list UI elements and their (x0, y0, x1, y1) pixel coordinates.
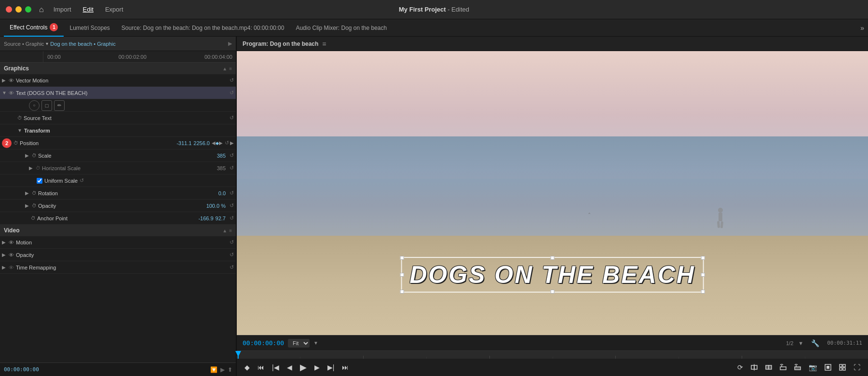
time-remap-reset[interactable]: ↺ (230, 264, 234, 270)
program-timeline-strip[interactable] (237, 351, 868, 359)
rotation-value[interactable]: 0.0 (218, 190, 226, 196)
play-mini-icon[interactable]: ▶ (220, 366, 225, 373)
tab-effect-controls[interactable]: Effect Controls 1 (4, 19, 64, 37)
motion-reset[interactable]: ↺ (230, 239, 234, 245)
play-button[interactable]: ▶ (298, 361, 309, 374)
rectangle-tool[interactable]: □ (41, 100, 52, 111)
text-layer-reset[interactable]: ↺ (230, 90, 234, 96)
home-icon[interactable]: ⌂ (39, 5, 44, 14)
insert-button[interactable] (749, 363, 760, 372)
source-text-stopwatch[interactable]: ⏱ (17, 115, 22, 121)
vector-motion-reset[interactable]: ↺ (230, 77, 234, 83)
filter-icon[interactable]: 🔽 (210, 366, 217, 373)
source-text-reset[interactable]: ↺ (230, 115, 234, 121)
go-to-out-button[interactable]: ▶| (326, 363, 337, 372)
program-scale-label[interactable]: 1/2 (786, 340, 793, 346)
nav-edit[interactable]: Edit (83, 6, 94, 13)
handle-ml[interactable] (400, 273, 404, 277)
opacity-video-toggle[interactable]: ▶ (2, 252, 8, 257)
program-timecode[interactable]: 00:00:00:00 (243, 339, 284, 347)
handle-tm[interactable] (550, 256, 554, 260)
scale-toggle[interactable]: ▶ (25, 153, 31, 158)
capture-frame-button[interactable]: 📷 (807, 363, 819, 372)
go-to-in-button[interactable]: |◀ (270, 363, 281, 372)
step-back-button[interactable]: ⏮ (256, 363, 266, 372)
add-marker-button[interactable]: ◆ (243, 363, 252, 372)
graphics-scroll-up[interactable]: ▲ (222, 66, 227, 71)
rotation-stopwatch[interactable]: ⏱ (32, 190, 37, 196)
text-overlay-container[interactable]: DOGS ON THE BEACH (401, 257, 704, 293)
tab-lumetri-scopes[interactable]: Lumetri Scopes (64, 19, 115, 37)
loop-button[interactable]: ⟳ (735, 363, 745, 372)
handle-bm[interactable] (550, 290, 554, 294)
position-value-y[interactable]: 2256.0 (193, 140, 210, 146)
scale-reset[interactable]: ↺ (230, 152, 234, 159)
rotation-reset[interactable]: ↺ (230, 190, 234, 196)
position-nav-left[interactable]: ◀ (212, 140, 216, 146)
tab-source[interactable]: Source: Dog on the beach: Dog on the bea… (116, 19, 290, 37)
anchor-reset[interactable]: ↺ (230, 215, 234, 221)
settings-button[interactable] (837, 363, 848, 372)
program-menu-icon[interactable]: ≡ (322, 40, 326, 48)
source-clip-link[interactable]: Dog on the beach • Graphic (50, 41, 115, 47)
minimize-button[interactable] (15, 6, 22, 13)
position-arrow-right[interactable]: ▶ (230, 140, 234, 146)
vector-motion-visibility[interactable]: 👁 (9, 78, 14, 83)
handle-tr[interactable] (701, 256, 705, 260)
tab-audio-clip-mixer[interactable]: Audio Clip Mixer: Dog on the beach (290, 19, 393, 37)
tab-expand-icon[interactable]: » (860, 24, 864, 32)
source-panel-toggle[interactable]: ▶ (228, 40, 232, 47)
vector-motion-toggle[interactable]: ▶ (2, 78, 8, 83)
opacity-toggle[interactable]: ▶ (25, 203, 31, 208)
text-layer-visibility[interactable]: 👁 (9, 90, 14, 96)
uniform-scale-checkbox[interactable] (37, 178, 42, 184)
nav-import[interactable]: Import (54, 6, 71, 13)
ellipse-tool[interactable]: ○ (29, 100, 40, 111)
export-frame-button[interactable] (823, 363, 833, 372)
step-forward-button[interactable]: ⏭ (340, 363, 351, 372)
time-remap-toggle[interactable]: ▶ (2, 265, 8, 270)
step-one-back-button[interactable]: ◀ (285, 363, 294, 372)
opacity-stopwatch[interactable]: ⏱ (32, 203, 37, 208)
opacity-video-visibility[interactable]: 👁 (9, 252, 14, 258)
maximize-button[interactable] (25, 6, 31, 13)
opacity-value[interactable]: 100.0 % (206, 203, 226, 209)
text-layer-toggle[interactable]: ▼ (2, 90, 8, 95)
anchor-value-y[interactable]: 92.7 (216, 215, 226, 221)
position-reset[interactable]: ↺ (225, 140, 229, 146)
h-scale-value[interactable]: 385 (217, 165, 226, 171)
h-scale-reset[interactable]: ↺ (230, 165, 234, 171)
source-dropdown-icon[interactable]: ▾ (46, 41, 48, 46)
effect-controls-timecode[interactable]: 00:00:00:00 (4, 366, 39, 373)
position-value-x[interactable]: -311.1 (176, 140, 191, 146)
nav-export[interactable]: Export (105, 6, 123, 13)
h-scale-toggle[interactable]: ▶ (29, 165, 35, 171)
position-keyframe-diamond[interactable]: ◆ (216, 141, 219, 146)
motion-toggle[interactable]: ▶ (2, 240, 8, 245)
opacity-reset[interactable]: ↺ (230, 202, 234, 209)
handle-bl[interactable] (400, 290, 404, 294)
transform-toggle[interactable]: ▼ (17, 128, 23, 133)
program-scale-dropdown[interactable]: ▼ (798, 340, 803, 346)
full-screen-button[interactable]: ⛶ (852, 363, 862, 372)
motion-visibility[interactable]: 👁 (9, 240, 14, 245)
export-mini-icon[interactable]: ⬆ (228, 366, 232, 373)
rotation-toggle[interactable]: ▶ (25, 190, 31, 196)
opacity-video-reset[interactable]: ↺ (230, 252, 234, 258)
anchor-stopwatch[interactable]: ⏱ (31, 215, 36, 221)
position-stopwatch[interactable]: ⏱ (14, 140, 18, 146)
scale-stopwatch[interactable]: ⏱ (32, 153, 37, 158)
program-fit-dropdown[interactable]: ▼ (313, 340, 318, 346)
pen-tool[interactable]: ✏ (54, 100, 65, 111)
extract-button[interactable] (792, 363, 803, 372)
close-button[interactable] (6, 6, 12, 13)
time-remap-visibility[interactable]: 👁 (9, 265, 14, 270)
anchor-value-x[interactable]: -166.9 (198, 215, 213, 221)
scale-value[interactable]: 385 (217, 153, 226, 159)
handle-mr[interactable] (701, 273, 705, 277)
step-one-forward-button[interactable]: ▶ (312, 363, 322, 372)
text-layer-row[interactable]: ▼ 👁 Text (DOGS ON THE BEACH) ↺ (0, 87, 236, 99)
overwrite-button[interactable] (763, 363, 774, 372)
program-fit-select[interactable]: Fit (288, 339, 310, 348)
lift-button[interactable] (778, 363, 788, 372)
